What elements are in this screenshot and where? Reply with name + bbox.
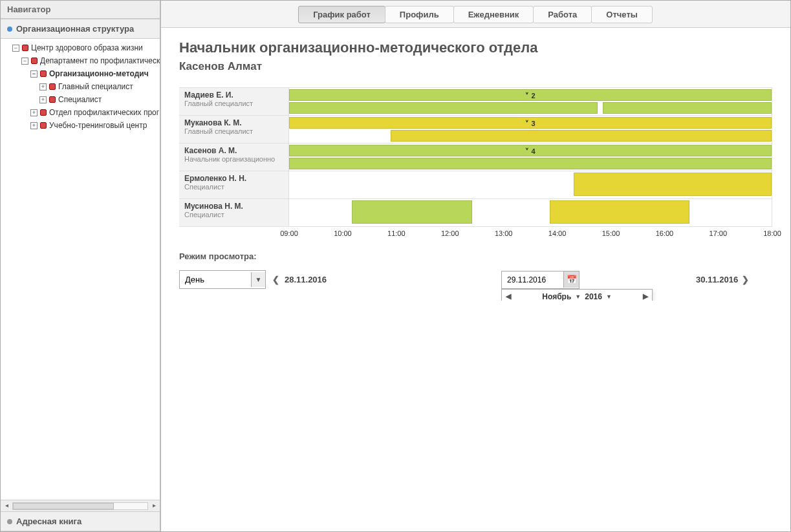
org-structure-section[interactable]: Организационная структура	[1, 19, 160, 39]
gantt-bar-summary[interactable]: ˅ 4	[289, 145, 772, 156]
org-tree: − Центр здорового образа жизни − Департа…	[1, 39, 160, 500]
next-date[interactable]: 30.11.2016	[696, 275, 738, 284]
gantt-row-label: Мусинова Н. М. Специалист	[179, 199, 289, 226]
tab-schedule[interactable]: График работ	[298, 6, 385, 23]
gantt-bar[interactable]	[391, 130, 772, 142]
tab-work[interactable]: Работа	[533, 6, 592, 23]
gantt-bar[interactable]	[574, 173, 772, 196]
page-subtitle: Касенов Алмат	[179, 60, 772, 73]
gantt-row-label: Ермоленко Н. Н. Специалист	[179, 171, 289, 198]
gantt-bars[interactable]: ˅ 2	[289, 88, 772, 115]
tab-diary[interactable]: Ежедневник	[453, 6, 534, 23]
tree-node-dept[interactable]: − Департамент по профилактическим п	[19, 54, 160, 67]
folder-icon	[31, 58, 38, 64]
collapse-icon[interactable]: −	[12, 45, 19, 52]
tree-label: Главный специалист	[58, 82, 133, 91]
page-title: Начальник организационно-методического о…	[179, 39, 772, 56]
person-name: Мусинова Н. М.	[184, 202, 283, 211]
date-input[interactable]	[502, 271, 563, 288]
tree-node-prof-prog[interactable]: + Отдел профилактических програм	[28, 106, 160, 119]
gantt-bar[interactable]	[603, 102, 772, 114]
collapse-icon[interactable]: −	[21, 58, 28, 65]
axis-label: 18:00	[763, 229, 781, 237]
viewmode-row: ▼ ❮ 28.11.2016 📅 ◀ Ноябрь	[179, 270, 772, 289]
content-area: Начальник организационно-методического о…	[161, 28, 790, 301]
viewmode-input[interactable]	[180, 271, 251, 288]
horizontal-scrollbar[interactable]: ◂ ▸	[1, 500, 160, 511]
gantt-chart: Мадиев Е. И. Главный специалист ˅ 2 Мук	[179, 87, 772, 242]
axis-label: 15:00	[602, 229, 620, 237]
gantt-bar-summary[interactable]: ˅ 2	[289, 89, 772, 101]
scroll-thumb[interactable]	[13, 503, 114, 509]
gantt-bar[interactable]	[289, 158, 772, 169]
dropdown-icon[interactable]: ▼	[575, 293, 581, 300]
chevron-down-icon: ˅	[525, 147, 529, 155]
org-structure-label: Организационная структура	[16, 24, 134, 34]
gantt-bar[interactable]	[550, 200, 689, 224]
gantt-bar[interactable]	[289, 102, 598, 114]
gantt-row-label: Муканова К. М. Главный специалист	[179, 116, 289, 143]
expand-icon[interactable]: +	[30, 109, 38, 116]
axis-label: 16:00	[656, 229, 674, 237]
tree-label: Специалист	[58, 95, 102, 104]
person-role: Главный специалист	[184, 100, 283, 107]
axis-label: 09:00	[280, 229, 298, 237]
tree-node-spec[interactable]: + Специалист	[37, 93, 160, 106]
navigator-header: Навигатор	[1, 1, 160, 19]
chevron-down-icon: ˅	[525, 120, 529, 127]
tab-reports[interactable]: Отчеты	[591, 6, 653, 23]
tree-node-chief-spec[interactable]: + Главный специалист	[37, 80, 160, 93]
cal-year[interactable]: 2016	[585, 292, 602, 301]
tree-label: Департамент по профилактическим п	[40, 56, 160, 65]
expand-icon[interactable]: +	[39, 96, 47, 103]
person-role: Специалист	[184, 183, 283, 191]
dropdown-icon[interactable]: ▼	[606, 293, 612, 300]
cal-month[interactable]: Ноябрь	[542, 292, 571, 301]
collapse-icon[interactable]: −	[30, 70, 38, 78]
person-name: Муканова К. М.	[184, 118, 283, 127]
tree-label: Организационно-методич	[49, 69, 149, 78]
gantt-row: Мадиев Е. И. Главный специалист ˅ 2	[179, 87, 772, 115]
tree-node-root[interactable]: − Центр здорового образа жизни	[10, 41, 160, 54]
person-name: Ермоленко Н. Н.	[184, 174, 283, 183]
gantt-bar[interactable]	[352, 200, 473, 224]
calendar-icon[interactable]: 📅	[563, 271, 579, 288]
expand-icon[interactable]: +	[39, 83, 47, 90]
tree-node-training[interactable]: + Учебно-тренинговый центр	[28, 119, 160, 132]
viewmode-select[interactable]: ▼	[179, 270, 266, 289]
bullet-icon	[7, 27, 12, 32]
cal-prev-icon[interactable]: ◀	[506, 292, 511, 301]
axis-label: 17:00	[710, 229, 728, 237]
gantt-bars[interactable]: ˅ 3	[289, 116, 772, 143]
chevron-right-icon[interactable]: ❯	[742, 275, 749, 284]
tab-profile[interactable]: Профиль	[385, 6, 454, 23]
axis-label: 14:00	[548, 229, 567, 237]
chevron-down-icon: ˅	[525, 92, 529, 100]
prev-date[interactable]: 28.11.2016	[285, 275, 327, 284]
gantt-row-label: Касенов А. М. Начальник организационно	[179, 144, 289, 171]
address-book-section[interactable]: Адресная книга	[1, 511, 160, 531]
scroll-track[interactable]	[12, 502, 148, 510]
folder-icon	[40, 109, 47, 116]
gantt-row: Касенов А. М. Начальник организационно ˅…	[179, 143, 772, 171]
sidebar: Навигатор Организационная структура − Це…	[1, 1, 161, 531]
gantt-row: Мусинова Н. М. Специалист	[179, 198, 772, 227]
scroll-left-icon[interactable]: ◂	[2, 502, 11, 511]
date-picker: 📅 ◀ Ноябрь▼ 2016▼ ▶ ПнВтСрЧтПтСбВс	[501, 271, 580, 289]
gantt-bars[interactable]	[289, 171, 772, 198]
tree-label: Учебно-тренинговый центр	[49, 121, 147, 130]
calendar-popup: ◀ Ноябрь▼ 2016▼ ▶ ПнВтСрЧтПтСбВс 1234567…	[501, 289, 653, 301]
gantt-time-axis: 09:00 10:00 11:00 12:00 13:00 14:00 15:0…	[289, 229, 772, 242]
expand-icon[interactable]: +	[30, 122, 38, 129]
scroll-right-icon[interactable]: ▸	[149, 502, 158, 511]
person-name: Касенов А. М.	[184, 146, 283, 155]
cal-next-icon[interactable]: ▶	[643, 292, 648, 301]
gantt-bars[interactable]: ˅ 4	[289, 144, 772, 171]
gantt-bar-summary[interactable]: ˅ 3	[289, 117, 772, 129]
gantt-bars[interactable]	[289, 199, 772, 226]
chevron-left-icon[interactable]: ❮	[272, 275, 279, 284]
tree-node-org-method[interactable]: − Организационно-методич	[28, 67, 160, 80]
gantt-row-label: Мадиев Е. И. Главный специалист	[179, 88, 289, 115]
person-name: Мадиев Е. И.	[184, 90, 283, 100]
dropdown-icon[interactable]: ▼	[251, 272, 265, 287]
